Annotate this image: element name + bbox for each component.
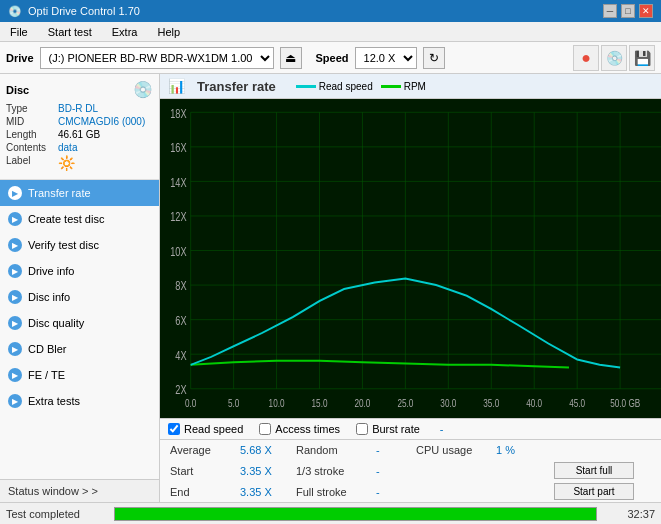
drive-label: Drive xyxy=(6,52,34,64)
nav-cd-bler[interactable]: ▶ CD Bler xyxy=(0,336,159,362)
menu-start-test[interactable]: Start test xyxy=(42,24,98,40)
svg-text:25.0: 25.0 xyxy=(397,397,413,409)
stat-start-label: Start xyxy=(168,463,238,479)
chart-header: 📊 Transfer rate Read speed RPM xyxy=(160,74,661,99)
svg-text:18X: 18X xyxy=(170,106,186,119)
nav-icon-cd-bler: ▶ xyxy=(8,342,22,356)
nav-icon-verify-test-disc: ▶ xyxy=(8,238,22,252)
toolbar-icon-3[interactable]: 💾 xyxy=(629,45,655,71)
title-bar-left: 💿 Opti Drive Control 1.70 xyxy=(8,5,140,18)
nav-drive-info[interactable]: ▶ Drive info xyxy=(0,258,159,284)
drive-select[interactable]: (J:) PIONEER BD-RW BDR-WX1DM 1.00 xyxy=(40,47,274,69)
svg-text:50.0 GB: 50.0 GB xyxy=(610,397,640,409)
disc-type-label: Type xyxy=(6,103,58,114)
toolbar-icons: ● 💿 💾 xyxy=(573,45,655,71)
svg-text:35.0: 35.0 xyxy=(483,397,499,409)
disc-mid-label: MID xyxy=(6,116,58,127)
ctrl-access-times-checkbox[interactable] xyxy=(259,423,271,435)
content-area: 📊 Transfer rate Read speed RPM xyxy=(160,74,661,502)
status-window-button[interactable]: Status window > > xyxy=(0,479,159,502)
nav-transfer-rate[interactable]: ▶ Transfer rate xyxy=(0,180,159,206)
progress-bar-fill xyxy=(115,508,596,520)
status-bar: Test completed 32:37 xyxy=(0,502,661,524)
ctrl-burst-rate[interactable]: Burst rate xyxy=(356,423,420,435)
chart-title: Transfer rate xyxy=(197,79,276,94)
toolbar-icon-2[interactable]: 💿 xyxy=(601,45,627,71)
eject-button[interactable]: ⏏ xyxy=(280,47,302,69)
stats-row-3: End 3.35 X Full stroke - Start part xyxy=(160,481,661,502)
nav-label-cd-bler: CD Bler xyxy=(28,343,67,355)
disc-mid-row: MID CMCMAGDI6 (000) xyxy=(6,116,153,127)
stat-fullstroke-value: - xyxy=(374,484,414,500)
disc-contents-label: Contents xyxy=(6,142,58,153)
disc-panel: Disc 💿 Type BD-R DL MID CMCMAGDI6 (000) … xyxy=(0,74,159,180)
disc-icon: 💿 xyxy=(133,80,153,99)
nav-label-verify-test-disc: Verify test disc xyxy=(28,239,99,251)
svg-text:5.0: 5.0 xyxy=(228,397,239,409)
nav-label-create-test-disc: Create test disc xyxy=(28,213,104,225)
nav-label-disc-info: Disc info xyxy=(28,291,70,303)
nav-disc-quality[interactable]: ▶ Disc quality xyxy=(0,310,159,336)
svg-text:2X: 2X xyxy=(175,383,186,396)
stat-average-value: 5.68 X xyxy=(238,442,294,458)
chart-controls: Read speed Access times Burst rate - xyxy=(160,418,661,439)
stat-end-value: 3.35 X xyxy=(238,484,294,500)
ctrl-burst-rate-label: Burst rate xyxy=(372,423,420,435)
disc-length-row: Length 46.61 GB xyxy=(6,129,153,140)
stat-end-label: End xyxy=(168,484,238,500)
ctrl-burst-rate-checkbox[interactable] xyxy=(356,423,368,435)
nav-extra-tests[interactable]: ▶ Extra tests xyxy=(0,388,159,414)
nav-fe-te[interactable]: ▶ FE / TE xyxy=(0,362,159,388)
legend-read-speed: Read speed xyxy=(296,81,373,92)
toolbar-icon-1[interactable]: ● xyxy=(573,45,599,71)
legend-rpm-color xyxy=(381,85,401,88)
disc-label-value: 🔆 xyxy=(58,155,153,171)
nav-icon-fe-te: ▶ xyxy=(8,368,22,382)
refresh-button[interactable]: ↻ xyxy=(423,47,445,69)
chart-icon: 📊 xyxy=(168,78,185,94)
stat-1stroke-value: - xyxy=(374,463,414,479)
disc-type-value: BD-R DL xyxy=(58,103,153,114)
nav-label-fe-te: FE / TE xyxy=(28,369,65,381)
main-layout: Disc 💿 Type BD-R DL MID CMCMAGDI6 (000) … xyxy=(0,74,661,502)
chart-container: 18X 16X 14X 12X 10X 8X 6X 4X 2X 0.0 5.0 … xyxy=(160,99,661,418)
close-button[interactable]: ✕ xyxy=(639,4,653,18)
menu-help[interactable]: Help xyxy=(151,24,186,40)
speed-label: Speed xyxy=(316,52,349,64)
nav-icon-disc-quality: ▶ xyxy=(8,316,22,330)
sidebar: Disc 💿 Type BD-R DL MID CMCMAGDI6 (000) … xyxy=(0,74,160,502)
speed-select[interactable]: 12.0 X xyxy=(355,47,417,69)
title-bar: 💿 Opti Drive Control 1.70 ─ □ ✕ xyxy=(0,0,661,22)
minimize-button[interactable]: ─ xyxy=(603,4,617,18)
disc-contents-value: data xyxy=(58,142,153,153)
stat-average-label: Average xyxy=(168,442,238,458)
legend-read-speed-label: Read speed xyxy=(319,81,373,92)
nav-verify-test-disc[interactable]: ▶ Verify test disc xyxy=(0,232,159,258)
ctrl-read-speed-checkbox[interactable] xyxy=(168,423,180,435)
start-part-button[interactable]: Start part xyxy=(554,483,634,500)
menu-extra[interactable]: Extra xyxy=(106,24,144,40)
ctrl-access-times[interactable]: Access times xyxy=(259,423,340,435)
nav-create-test-disc[interactable]: ▶ Create test disc xyxy=(0,206,159,232)
menu-file[interactable]: File xyxy=(4,24,34,40)
svg-text:40.0: 40.0 xyxy=(526,397,542,409)
disc-header: Disc 💿 xyxy=(6,80,153,99)
app-icon: 💿 xyxy=(8,5,22,18)
svg-text:6X: 6X xyxy=(175,314,186,327)
ctrl-read-speed-label: Read speed xyxy=(184,423,243,435)
ctrl-read-speed[interactable]: Read speed xyxy=(168,423,243,435)
menu-bar: File Start test Extra Help xyxy=(0,22,661,42)
nav-disc-info[interactable]: ▶ Disc info xyxy=(0,284,159,310)
status-text: Test completed xyxy=(6,508,106,520)
svg-text:30.0: 30.0 xyxy=(440,397,456,409)
stats-row-1: Average 5.68 X Random - CPU usage 1 % xyxy=(160,439,661,460)
nav-label-disc-quality: Disc quality xyxy=(28,317,84,329)
start-full-button[interactable]: Start full xyxy=(554,462,634,479)
svg-text:45.0: 45.0 xyxy=(569,397,585,409)
sidebar-nav: ▶ Transfer rate ▶ Create test disc ▶ Ver… xyxy=(0,180,159,479)
progress-bar xyxy=(114,507,597,521)
legend-rpm: RPM xyxy=(381,81,426,92)
maximize-button[interactable]: □ xyxy=(621,4,635,18)
disc-label-row: Label 🔆 xyxy=(6,155,153,171)
chart-legend: Read speed RPM xyxy=(296,81,426,92)
